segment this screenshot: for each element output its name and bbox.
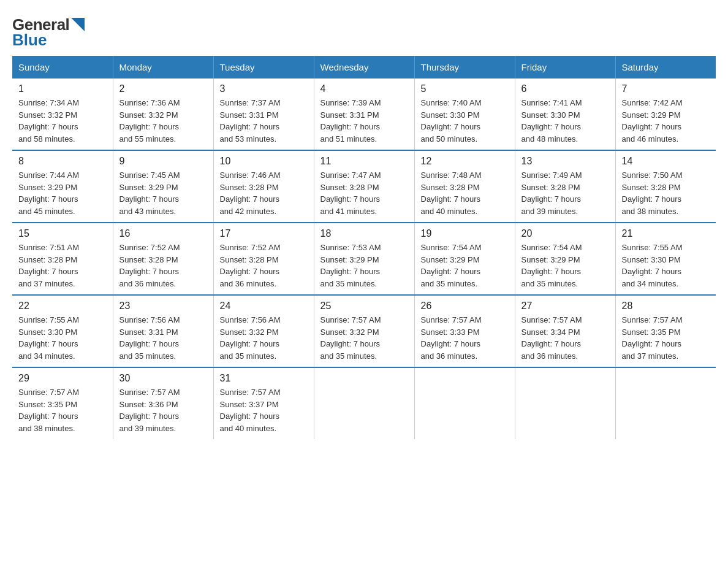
calendar-table: SundayMondayTuesdayWednesdayThursdayFrid… <box>12 56 716 439</box>
day-info: Sunrise: 7:40 AMSunset: 3:30 PMDaylight:… <box>421 97 509 145</box>
calendar-cell: 2 Sunrise: 7:36 AMSunset: 3:32 PMDayligh… <box>113 79 213 150</box>
day-info: Sunrise: 7:57 AMSunset: 3:35 PMDaylight:… <box>18 386 107 434</box>
day-number: 21 <box>622 228 710 239</box>
header-row: SundayMondayTuesdayWednesdayThursdayFrid… <box>12 56 716 79</box>
calendar-cell: 28 Sunrise: 7:57 AMSunset: 3:35 PMDaylig… <box>615 295 716 367</box>
day-number: 23 <box>119 301 207 312</box>
calendar-cell: 31 Sunrise: 7:57 AMSunset: 3:37 PMDaylig… <box>213 367 314 439</box>
calendar-cell: 23 Sunrise: 7:56 AMSunset: 3:31 PMDaylig… <box>113 295 213 367</box>
day-number: 8 <box>18 156 107 167</box>
calendar-week-row: 29 Sunrise: 7:57 AMSunset: 3:35 PMDaylig… <box>12 367 716 439</box>
day-info: Sunrise: 7:57 AMSunset: 3:33 PMDaylight:… <box>421 314 509 362</box>
day-info: Sunrise: 7:45 AMSunset: 3:29 PMDaylight:… <box>119 169 207 217</box>
calendar-cell: 7 Sunrise: 7:42 AMSunset: 3:29 PMDayligh… <box>615 79 716 150</box>
day-info: Sunrise: 7:52 AMSunset: 3:28 PMDaylight:… <box>220 242 308 289</box>
day-number: 1 <box>18 83 107 94</box>
calendar-week-row: 15 Sunrise: 7:51 AMSunset: 3:28 PMDaylig… <box>12 223 716 295</box>
day-number: 15 <box>18 228 107 239</box>
header-monday: Monday <box>113 56 213 79</box>
day-info: Sunrise: 7:54 AMSunset: 3:29 PMDaylight:… <box>421 242 509 289</box>
calendar-cell: 13 Sunrise: 7:49 AMSunset: 3:28 PMDaylig… <box>515 150 615 223</box>
day-info: Sunrise: 7:47 AMSunset: 3:28 PMDaylight:… <box>320 169 408 217</box>
day-info: Sunrise: 7:57 AMSunset: 3:36 PMDaylight:… <box>119 386 207 434</box>
day-number: 19 <box>421 228 509 239</box>
day-info: Sunrise: 7:56 AMSunset: 3:32 PMDaylight:… <box>220 314 308 362</box>
day-info: Sunrise: 7:49 AMSunset: 3:28 PMDaylight:… <box>521 169 609 217</box>
calendar-cell: 1 Sunrise: 7:34 AMSunset: 3:32 PMDayligh… <box>12 79 113 150</box>
day-number: 11 <box>320 156 408 167</box>
calendar-cell: 10 Sunrise: 7:46 AMSunset: 3:28 PMDaylig… <box>213 150 314 223</box>
day-info: Sunrise: 7:46 AMSunset: 3:28 PMDaylight:… <box>220 169 308 217</box>
day-number: 7 <box>622 83 710 94</box>
day-info: Sunrise: 7:57 AMSunset: 3:35 PMDaylight:… <box>622 314 710 362</box>
day-number: 3 <box>220 83 308 94</box>
calendar-cell: 11 Sunrise: 7:47 AMSunset: 3:28 PMDaylig… <box>314 150 414 223</box>
calendar-cell <box>615 367 716 439</box>
calendar-cell: 22 Sunrise: 7:55 AMSunset: 3:30 PMDaylig… <box>12 295 113 367</box>
day-number: 10 <box>220 156 308 167</box>
header: General Blue <box>12 12 716 50</box>
day-info: Sunrise: 7:51 AMSunset: 3:28 PMDaylight:… <box>18 242 107 289</box>
calendar-week-row: 8 Sunrise: 7:44 AMSunset: 3:29 PMDayligh… <box>12 150 716 223</box>
calendar-cell: 21 Sunrise: 7:55 AMSunset: 3:30 PMDaylig… <box>615 223 716 295</box>
header-sunday: Sunday <box>12 56 113 79</box>
day-number: 13 <box>521 156 609 167</box>
day-info: Sunrise: 7:39 AMSunset: 3:31 PMDaylight:… <box>320 97 408 145</box>
day-number: 27 <box>521 301 609 312</box>
header-tuesday: Tuesday <box>213 56 314 79</box>
calendar-header: SundayMondayTuesdayWednesdayThursdayFrid… <box>12 56 716 79</box>
header-saturday: Saturday <box>615 56 716 79</box>
calendar-cell: 19 Sunrise: 7:54 AMSunset: 3:29 PMDaylig… <box>414 223 515 295</box>
calendar-cell: 20 Sunrise: 7:54 AMSunset: 3:29 PMDaylig… <box>515 223 615 295</box>
day-number: 9 <box>119 156 207 167</box>
day-number: 22 <box>18 301 107 312</box>
day-info: Sunrise: 7:48 AMSunset: 3:28 PMDaylight:… <box>421 169 509 217</box>
calendar-cell <box>414 367 515 439</box>
day-number: 20 <box>521 228 609 239</box>
calendar-cell: 30 Sunrise: 7:57 AMSunset: 3:36 PMDaylig… <box>113 367 213 439</box>
header-friday: Friday <box>515 56 615 79</box>
calendar-cell: 17 Sunrise: 7:52 AMSunset: 3:28 PMDaylig… <box>213 223 314 295</box>
calendar-body: 1 Sunrise: 7:34 AMSunset: 3:32 PMDayligh… <box>12 79 716 439</box>
day-number: 24 <box>220 301 308 312</box>
day-info: Sunrise: 7:57 AMSunset: 3:37 PMDaylight:… <box>220 386 308 434</box>
calendar-cell: 12 Sunrise: 7:48 AMSunset: 3:28 PMDaylig… <box>414 150 515 223</box>
day-number: 16 <box>119 228 207 239</box>
day-info: Sunrise: 7:57 AMSunset: 3:32 PMDaylight:… <box>320 314 408 362</box>
logo-triangle-icon <box>71 18 85 31</box>
day-info: Sunrise: 7:53 AMSunset: 3:29 PMDaylight:… <box>320 242 408 289</box>
calendar-week-row: 1 Sunrise: 7:34 AMSunset: 3:32 PMDayligh… <box>12 79 716 150</box>
day-info: Sunrise: 7:41 AMSunset: 3:30 PMDaylight:… <box>521 97 609 145</box>
calendar-cell: 16 Sunrise: 7:52 AMSunset: 3:28 PMDaylig… <box>113 223 213 295</box>
calendar-cell: 6 Sunrise: 7:41 AMSunset: 3:30 PMDayligh… <box>515 79 615 150</box>
day-info: Sunrise: 7:54 AMSunset: 3:29 PMDaylight:… <box>521 242 609 289</box>
day-number: 18 <box>320 228 408 239</box>
day-info: Sunrise: 7:55 AMSunset: 3:30 PMDaylight:… <box>622 242 710 289</box>
day-number: 4 <box>320 83 408 94</box>
day-info: Sunrise: 7:36 AMSunset: 3:32 PMDaylight:… <box>119 97 207 145</box>
logo-blue-text: Blue <box>12 31 47 50</box>
calendar-cell: 9 Sunrise: 7:45 AMSunset: 3:29 PMDayligh… <box>113 150 213 223</box>
calendar-cell: 24 Sunrise: 7:56 AMSunset: 3:32 PMDaylig… <box>213 295 314 367</box>
day-number: 26 <box>421 301 509 312</box>
day-info: Sunrise: 7:52 AMSunset: 3:28 PMDaylight:… <box>119 242 207 289</box>
calendar-cell: 27 Sunrise: 7:57 AMSunset: 3:34 PMDaylig… <box>515 295 615 367</box>
calendar-cell: 5 Sunrise: 7:40 AMSunset: 3:30 PMDayligh… <box>414 79 515 150</box>
day-info: Sunrise: 7:44 AMSunset: 3:29 PMDaylight:… <box>18 169 107 217</box>
calendar-cell <box>314 367 414 439</box>
day-number: 17 <box>220 228 308 239</box>
day-number: 30 <box>119 373 207 384</box>
day-info: Sunrise: 7:50 AMSunset: 3:28 PMDaylight:… <box>622 169 710 217</box>
day-info: Sunrise: 7:57 AMSunset: 3:34 PMDaylight:… <box>521 314 609 362</box>
day-number: 12 <box>421 156 509 167</box>
calendar-cell <box>515 367 615 439</box>
calendar-cell: 18 Sunrise: 7:53 AMSunset: 3:29 PMDaylig… <box>314 223 414 295</box>
calendar-cell: 25 Sunrise: 7:57 AMSunset: 3:32 PMDaylig… <box>314 295 414 367</box>
calendar-cell: 26 Sunrise: 7:57 AMSunset: 3:33 PMDaylig… <box>414 295 515 367</box>
day-number: 31 <box>220 373 308 384</box>
day-number: 5 <box>421 83 509 94</box>
logo[interactable]: General Blue <box>12 12 85 50</box>
header-thursday: Thursday <box>414 56 515 79</box>
header-wednesday: Wednesday <box>314 56 414 79</box>
calendar-cell: 8 Sunrise: 7:44 AMSunset: 3:29 PMDayligh… <box>12 150 113 223</box>
